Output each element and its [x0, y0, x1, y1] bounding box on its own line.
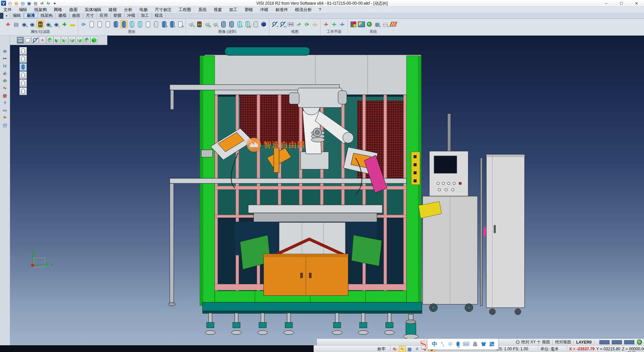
add-image-icon[interactable]: + — [187, 20, 195, 28]
menu-window[interactable]: 视窗 — [214, 7, 222, 13]
quick-access-caret-icon[interactable]: ▾ — [52, 1, 57, 6]
menu-surface[interactable]: 曲面 — [69, 7, 78, 13]
view-label[interactable]: 绝对视图 — [555, 339, 571, 345]
cube-back-view-icon[interactable] — [83, 37, 90, 44]
cube-bottom-view-icon[interactable] — [54, 37, 61, 44]
attributes-grid-icon[interactable]: ▦ — [1, 92, 9, 99]
zoom-in-icon[interactable]: + — [271, 20, 278, 28]
query-icon[interactable]: ? — [1, 99, 9, 106]
ime-skin-icon[interactable] — [481, 342, 486, 346]
display-mode-3-icon[interactable] — [19, 63, 27, 71]
workplane-align-icon[interactable]: ✛ — [330, 20, 338, 28]
shaded-style-icon[interactable] — [112, 20, 119, 28]
save-all-icon[interactable]: ▣ — [26, 1, 32, 6]
print-icon[interactable]: ▥ — [33, 1, 38, 6]
menu-drawing[interactable]: 工程图 — [179, 7, 192, 13]
tab-standard[interactable]: 标准 — [24, 13, 38, 18]
menu-file[interactable]: 文件 — [3, 7, 12, 13]
ime-punctuation-toggle[interactable]: ’, — [441, 341, 444, 347]
pick-wand-icon[interactable]: ✎ — [399, 346, 406, 352]
undo-icon[interactable]: ↺ — [39, 1, 45, 6]
tab-surface[interactable]: 曲面 — [69, 13, 83, 18]
wireframe-style-icon[interactable] — [88, 20, 95, 28]
save-icon[interactable]: ◫ — [20, 1, 25, 6]
dimension-icon[interactable]: H — [1, 62, 9, 69]
display-mode-2-icon[interactable] — [19, 55, 27, 63]
menu-modeling[interactable]: 建模 — [109, 7, 117, 13]
menu-solid-edit[interactable]: 实体编辑 — [85, 7, 102, 13]
selection-hand-icon[interactable]: ▢☚ — [382, 20, 389, 28]
emoji-icon[interactable]: ☺ — [447, 341, 453, 347]
menu-analysis[interactable]: 分析 — [124, 7, 132, 13]
refresh-image-icon[interactable]: ⟳ — [204, 20, 211, 28]
workplane-label[interactable]: 绝对 XY 十 视图 — [521, 339, 550, 345]
edit-pencil-icon[interactable]: ✎ — [1, 85, 9, 91]
tab-machining[interactable]: 加工 — [138, 13, 152, 18]
refresh-graphics-icon[interactable]: ⟳ — [80, 20, 87, 28]
section-style2-icon[interactable] — [228, 20, 235, 28]
ghost-style-icon[interactable] — [136, 20, 144, 28]
layer-box-1[interactable] — [599, 340, 609, 344]
tab-application[interactable]: 应用 — [97, 13, 111, 18]
close-button[interactable]: ✕ — [629, 0, 644, 7]
layer-box-2[interactable] — [612, 340, 622, 344]
cube-right-view-icon[interactable] — [68, 37, 75, 44]
menu-dimension[interactable]: 尺寸标注 — [155, 7, 172, 13]
refresh-visibility-icon[interactable]: ◉⟳ — [45, 20, 52, 28]
measure-box-icon[interactable]: ▭ — [1, 107, 9, 114]
display-mode-5-icon[interactable] — [19, 79, 27, 87]
open-file-icon[interactable]: ▤ — [14, 1, 19, 6]
toggle-image-icon[interactable]: ± — [212, 20, 219, 28]
image-traffic-light-icon[interactable] — [196, 20, 203, 28]
axis-view-icon[interactable]: ✛ — [39, 37, 46, 44]
menu-edit[interactable]: 编辑 — [19, 7, 27, 13]
ime-toolbox-icon[interactable] — [490, 342, 494, 346]
sogou-logo-icon[interactable]: S — [419, 336, 428, 352]
menu-standard-parts[interactable]: 标准件 — [275, 7, 288, 13]
lock-label[interactable]: 拴牢 — [377, 346, 385, 352]
new-file-icon[interactable]: ▢ — [7, 1, 13, 6]
tab-flow[interactable]: 模流 — [152, 13, 166, 18]
tab-caret-icon[interactable]: ▾ — [3, 13, 10, 18]
display-mode-4-icon[interactable] — [19, 71, 27, 79]
display-settings-icon[interactable] — [358, 20, 365, 28]
shading-settings-icon[interactable]: ✖ — [176, 20, 184, 28]
menu-wireframe[interactable]: 线架构 — [34, 7, 47, 13]
tab-modeling[interactable]: 建模 — [56, 13, 69, 18]
redraw-view-icon[interactable]: ⟳ — [303, 20, 311, 28]
regen-shading-icon[interactable]: ⟳ — [160, 20, 168, 28]
grid-plane-icon[interactable] — [390, 20, 397, 28]
hide-entities-icon[interactable]: ◉− — [29, 20, 36, 28]
view-preview-icon[interactable] — [32, 37, 39, 44]
flag-icon[interactable]: ⚑ — [1, 114, 9, 121]
trim-icon[interactable]: ✂ — [1, 55, 9, 62]
tab-progress[interactable]: 冲模 — [124, 13, 138, 18]
color-table-icon[interactable] — [350, 20, 357, 28]
zoom-select-icon[interactable]: ⊕ — [1, 48, 9, 54]
menu-flow-analysis[interactable]: 模流分析 — [295, 7, 312, 13]
show-entities-icon[interactable]: ◉+ — [20, 20, 28, 28]
viewport-3d[interactable]: Y 智造自由网 — [10, 36, 644, 345]
transparent-style-icon[interactable] — [128, 20, 136, 28]
mesh-style-icon[interactable] — [152, 20, 160, 28]
attribute-palette-icon[interactable]: ❖ — [4, 20, 12, 28]
menu-electrode[interactable]: 电极 — [140, 7, 148, 13]
pan-view-icon[interactable]: ↗ — [295, 20, 303, 28]
system-settings-icon[interactable] — [366, 20, 373, 28]
menu-system[interactable]: 系统 — [198, 7, 207, 13]
image-wire-icon[interactable] — [252, 20, 259, 28]
help-icon[interactable]: ? — [414, 346, 420, 352]
tab-wireframe[interactable]: 线架构 — [38, 13, 56, 18]
hidden-line-style-icon[interactable] — [96, 20, 103, 28]
menu-mesh[interactable]: 网格 — [54, 7, 62, 13]
cube-front-view-icon[interactable] — [76, 37, 83, 44]
apply-shading-icon[interactable]: → — [168, 20, 176, 28]
tab-edit[interactable]: 编辑 — [10, 13, 24, 18]
tab-dimension[interactable]: 尺寸 — [83, 13, 97, 18]
cube-iso-view-icon[interactable] — [91, 37, 98, 44]
redo-icon[interactable]: ↻ — [46, 1, 51, 6]
rotate-gear-icon[interactable]: ⚙ — [1, 77, 9, 84]
dashed-hidden-style-icon[interactable] — [104, 20, 111, 28]
ime-language-toggle[interactable]: 中 — [432, 340, 437, 348]
hide-all-icon[interactable]: ▬ — [69, 20, 76, 28]
